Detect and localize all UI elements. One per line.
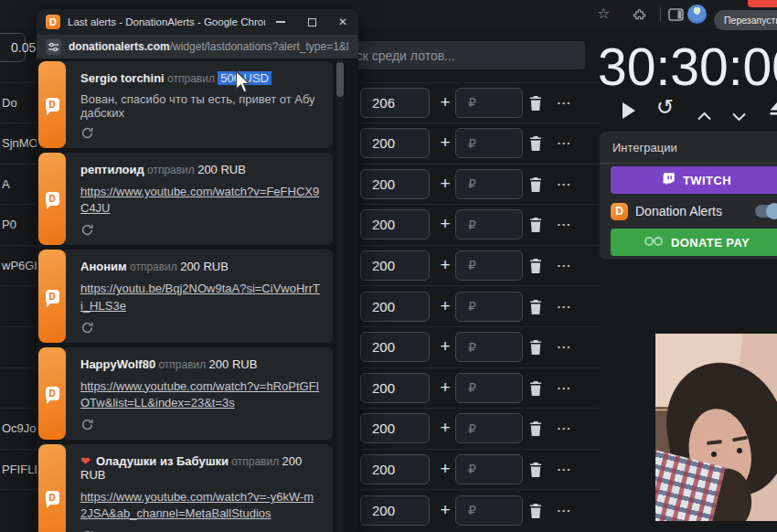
popup-titlebar[interactable]: D Last alerts - DonationAlerts - Google … bbox=[37, 9, 358, 35]
refresh-icon[interactable] bbox=[80, 126, 95, 141]
delete-lot-icon[interactable] bbox=[528, 462, 543, 478]
popup-url-bar[interactable]: donationalerts.com/widget/lastdonations?… bbox=[37, 35, 358, 59]
donor-name: HappyWolf80 bbox=[80, 357, 155, 371]
donation-body: HappyWolf80 отправил 200 RUBhttps://www.… bbox=[62, 347, 333, 440]
timer-play-button[interactable] bbox=[623, 102, 635, 119]
lot-name-fragment: P0 bbox=[2, 209, 16, 239]
site-settings-icon[interactable] bbox=[46, 39, 61, 55]
lot-amount-input[interactable] bbox=[360, 292, 430, 322]
add-amount-button[interactable]: + bbox=[436, 169, 454, 199]
lot-menu-button[interactable]: ••• bbox=[558, 413, 572, 443]
lot-menu-button[interactable]: ••• bbox=[558, 332, 572, 362]
donor-name: рептилоид bbox=[80, 163, 144, 176]
update-alert-badge[interactable] bbox=[748, 0, 777, 7]
lot-amount-input[interactable] bbox=[360, 209, 430, 239]
lot-amount-input[interactable] bbox=[360, 250, 430, 281]
add-amount-button[interactable]: + bbox=[436, 88, 454, 118]
delete-lot-icon[interactable] bbox=[528, 176, 543, 193]
bid-input[interactable] bbox=[455, 250, 523, 281]
lot-amount-input[interactable] bbox=[360, 413, 430, 443]
add-amount-button[interactable]: + bbox=[436, 332, 454, 362]
lot-menu-button[interactable]: ••• bbox=[558, 209, 572, 239]
delete-lot-icon[interactable] bbox=[528, 299, 543, 315]
restart-browser-button[interactable]: Перезапустить и bbox=[714, 10, 777, 30]
delete-lot-icon[interactable] bbox=[528, 503, 543, 519]
delete-lot-icon[interactable] bbox=[528, 217, 543, 233]
donation-amount: 200 RUB bbox=[180, 260, 229, 273]
scrollbar-thumb[interactable] bbox=[336, 62, 344, 97]
timer-decrease-icon[interactable] bbox=[731, 109, 747, 125]
bid-input[interactable] bbox=[455, 209, 523, 239]
bid-input[interactable] bbox=[455, 495, 523, 526]
lot-amount-input[interactable] bbox=[360, 373, 430, 403]
bookmark-star-icon[interactable]: ☆ bbox=[597, 5, 610, 22]
donation-link[interactable]: https://youtu.be/Bqj2NOw9taA?si=CiVwoHrr… bbox=[80, 281, 320, 314]
bid-input[interactable] bbox=[455, 454, 523, 484]
twitch-button[interactable]: TWITCH bbox=[611, 166, 777, 194]
bid-input[interactable] bbox=[455, 88, 523, 118]
add-amount-button[interactable]: + bbox=[436, 373, 454, 403]
profile-avatar[interactable] bbox=[687, 5, 707, 24]
delete-lot-icon[interactable] bbox=[528, 135, 543, 152]
donation-card: DHappyWolf80 отправил 200 RUBhttps://www… bbox=[38, 347, 333, 440]
timer-eject-icon[interactable] bbox=[769, 101, 777, 120]
lot-menu-button[interactable]: ••• bbox=[558, 250, 572, 281]
donation-card: DSergio torchini отправил 500 USDВован, … bbox=[38, 61, 333, 148]
side-panel-icon[interactable] bbox=[668, 8, 684, 25]
donationalerts-logo-tab: D bbox=[38, 347, 66, 440]
lot-amount-input[interactable] bbox=[360, 128, 430, 158]
donation-alerts-toggle[interactable] bbox=[755, 205, 777, 218]
donor-name: Оладушки из Бабушки bbox=[96, 454, 229, 468]
add-amount-button[interactable]: + bbox=[436, 495, 454, 526]
delete-lot-icon[interactable] bbox=[528, 95, 543, 112]
refresh-icon[interactable] bbox=[80, 321, 95, 335]
lot-menu-button[interactable]: ••• bbox=[558, 169, 572, 199]
add-amount-button[interactable]: + bbox=[436, 209, 454, 239]
add-amount-button[interactable]: + bbox=[436, 250, 454, 281]
delete-lot-icon[interactable] bbox=[528, 420, 543, 437]
maximize-button[interactable] bbox=[296, 9, 327, 35]
lot-amount-input[interactable] bbox=[360, 454, 430, 484]
minimize-button[interactable] bbox=[265, 9, 296, 35]
add-amount-button[interactable]: + bbox=[436, 292, 454, 322]
lot-menu-button[interactable]: ••• bbox=[558, 373, 572, 403]
donation-link[interactable]: https://www.youtube.com/watch?v=hRoPtGFI… bbox=[80, 378, 320, 411]
bid-input[interactable] bbox=[455, 332, 523, 362]
lot-search-input[interactable] bbox=[322, 41, 585, 69]
lot-amount-input[interactable] bbox=[360, 169, 430, 199]
bid-input[interactable] bbox=[455, 169, 523, 199]
close-button[interactable]: ✕ bbox=[327, 9, 358, 35]
lot-amount-input[interactable] bbox=[360, 495, 430, 526]
delete-lot-icon[interactable] bbox=[528, 380, 543, 397]
bid-input[interactable] bbox=[455, 373, 523, 403]
donationalerts-popup-window: D Last alerts - DonationAlerts - Google … bbox=[37, 9, 358, 532]
bid-input[interactable] bbox=[455, 413, 523, 443]
add-amount-button[interactable]: + bbox=[436, 413, 454, 443]
donation-message: Вован, спасибо что ты есть, привет от Аб… bbox=[80, 92, 318, 120]
refresh-icon[interactable] bbox=[80, 418, 95, 432]
lot-menu-button[interactable]: ••• bbox=[558, 495, 572, 526]
popup-scrollbar[interactable] bbox=[336, 59, 344, 532]
lot-menu-button[interactable]: ••• bbox=[558, 88, 572, 118]
donation-link[interactable]: https://www.youtube.com/watch?v=-y6kW-m2… bbox=[80, 489, 320, 522]
bid-input[interactable] bbox=[455, 128, 523, 158]
lot-amount-input[interactable] bbox=[360, 332, 430, 362]
donation-link[interactable]: https://www.youtube.com/watch?v=FeFHCX9C… bbox=[80, 184, 320, 217]
donation-alerts-row: D Donation Alerts bbox=[611, 199, 777, 223]
extensions-icon[interactable] bbox=[633, 7, 646, 25]
lot-menu-button[interactable]: ••• bbox=[558, 128, 572, 158]
donatepay-button[interactable]: DONATE PAY bbox=[611, 229, 777, 256]
delete-lot-icon[interactable] bbox=[528, 258, 543, 274]
bid-input[interactable] bbox=[455, 292, 523, 322]
lot-menu-button[interactable]: ••• bbox=[558, 454, 572, 484]
delete-lot-icon[interactable] bbox=[528, 339, 543, 356]
lot-amount-input[interactable] bbox=[360, 88, 430, 118]
auction-timer: 30:30:00 bbox=[598, 37, 777, 97]
add-amount-button[interactable]: + bbox=[436, 128, 454, 158]
refresh-icon[interactable] bbox=[80, 223, 95, 238]
add-amount-button[interactable]: + bbox=[436, 454, 454, 484]
timer-increase-icon[interactable] bbox=[697, 108, 712, 124]
timer-reset-icon[interactable]: ↺ bbox=[656, 95, 674, 120]
refresh-icon[interactable] bbox=[80, 529, 95, 532]
lot-menu-button[interactable]: ••• bbox=[558, 292, 572, 322]
